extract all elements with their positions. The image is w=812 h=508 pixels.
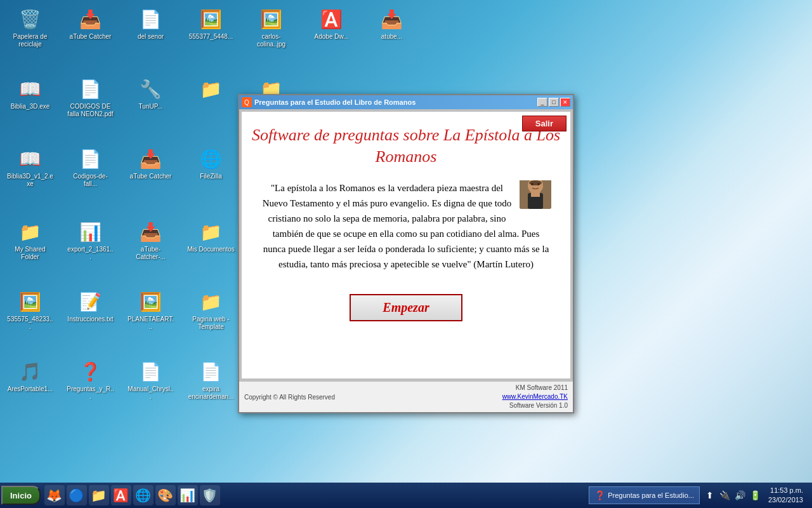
desktop-icon-tunup[interactable]: 🔧 TunUP... (127, 76, 174, 110)
app-window: Q Preguntas para el Estudio del Libro de… (238, 94, 574, 413)
desktop-icon-atube-2[interactable]: 📥 atube... (368, 6, 416, 41)
desktop-icon-manual-chrysl[interactable]: 📄 Manual_Chrysl... (127, 359, 174, 401)
taskbar-app-dreamweaver[interactable]: 🅰️ (111, 485, 131, 505)
window-controls: _ □ ✕ (537, 98, 570, 107)
icon-image-atube-catcher-3: 📥 (138, 219, 164, 244)
window-title: Preguntas para el Estudio del Libro de R… (254, 98, 537, 106)
icon-image-expira: 📄 (199, 359, 224, 384)
icon-label-expira: expira encinardeman... (187, 385, 235, 401)
icon-image-my-shared-folder: 📁 (18, 219, 43, 244)
desktop-icon-instrucciones-txt[interactable]: 📝 Instrucciones.txt (67, 289, 114, 323)
desktop-icon-biblia-3d-exe[interactable]: 📖 Biblia_3D.exe (6, 76, 54, 110)
tray-battery-icon[interactable]: 🔋 (749, 489, 762, 502)
desktop-icon-planetaeart[interactable]: 🖼️ PLANETAEART... (127, 289, 174, 331)
icon-label-biblia3d-v12: Biblia3D_v1_2.exe (6, 173, 54, 188)
desktop-icon-img-555377[interactable]: 🖼️ 555377_5448... (187, 6, 235, 41)
icon-label-atube-catcher-3: aTube-Catcher-... (127, 246, 174, 261)
desktop-icon-img-carlos[interactable]: 🖼️ carlos-colina..jpg (247, 6, 295, 48)
version-text: Software Versión 1.0 (502, 401, 568, 410)
desktop-icon-atube-catcher-1[interactable]: 📥 aTube Catcher (67, 6, 114, 41)
minimize-button[interactable]: _ (537, 98, 547, 107)
icon-label-my-shared-folder: My Shared Folder (6, 246, 54, 261)
system-clock: 11:53 p.m. 23/02/2013 (764, 485, 807, 507)
km-link[interactable]: www.KevinMercado.TK (502, 392, 568, 401)
clock-date: 23/02/2013 (768, 495, 803, 505)
salir-button[interactable]: Salir (522, 116, 566, 131)
desktop-icon-atube-catcher-2[interactable]: 📥 aTube Catcher (127, 146, 174, 180)
taskbar-app-explorer[interactable]: 📁 (89, 485, 109, 505)
taskbar-app-paint[interactable]: 🎨 (155, 485, 176, 505)
desktop-icons-area: 🗑️ Papelera de reciclaje 📥 aTube Catcher… (0, 0, 241, 483)
icon-image-instrucciones-txt: 📝 (78, 289, 103, 314)
active-window-task[interactable]: ❓ Preguntas para el Estudio... (589, 486, 700, 504)
taskbar-app-powerpoint[interactable]: 📊 (178, 485, 198, 505)
icon-image-mis-documentos: 📁 (199, 219, 224, 244)
icon-image-tunup: 🔧 (138, 76, 164, 102)
desktop-icon-preguntas-r[interactable]: ❓ Preguntas_y_R... (67, 359, 114, 401)
taskbar-app-firefox[interactable]: 🦊 (44, 485, 65, 505)
window-content: Salir Software de preguntas sobre La Epí… (242, 112, 570, 378)
icon-label-manual-chrysl: Manual_Chrysl... (127, 385, 174, 401)
desktop-icon-folder-1[interactable]: 📁 (187, 76, 235, 103)
desktop-icon-filezilla[interactable]: 🌐 FileZilla (187, 146, 235, 180)
icon-image-img-carlos: 🖼️ (259, 6, 284, 32)
tray-notifications-icon[interactable]: ⬆ (704, 489, 716, 502)
icon-image-manual-chrysl: 📄 (138, 359, 164, 384)
quote-text: "La epístola a los Romanos es la verdade… (248, 180, 564, 272)
taskbar-app-filezilla-task[interactable]: 🌐 (133, 485, 154, 505)
svg-rect-3 (531, 192, 540, 197)
icon-label-tunup: TunUP... (139, 103, 163, 110)
taskbar: Inicio 🦊🔵📁🅰️🌐🎨📊🛡️ ❓ Preguntas para el Es… (0, 483, 812, 508)
icon-label-codigos-pdf: CODIGOS DE falla NEON2.pdf (67, 103, 114, 118)
icon-label-export-2: export_2_1361... (67, 246, 114, 261)
desktop-icon-codigos-de-falla[interactable]: 📄 Codigos-de-fall... (67, 146, 114, 188)
icon-image-filezilla: 🌐 (199, 146, 224, 171)
desktop-icon-codigos-pdf[interactable]: 📄 CODIGOS DE falla NEON2.pdf (67, 76, 114, 118)
taskbar-right: ⬆ 🔌 🔊 🔋 11:53 p.m. 23/02/2013 (700, 485, 811, 507)
window-footer: Copyright © All Rights Reserved KM Softw… (239, 381, 573, 412)
icon-label-filezilla: FileZilla (200, 173, 221, 180)
desktop-icon-biblia3d-v12[interactable]: 📖 Biblia3D_v1_2.exe (6, 146, 54, 188)
copyright-text: Copyright © All Rights Reserved (244, 394, 335, 401)
title-bar: Q Preguntas para el Estudio del Libro de… (239, 95, 573, 109)
icon-label-mis-documentos: Mis Documentos (187, 246, 234, 253)
icon-image-atube-catcher-2: 📥 (138, 146, 164, 171)
start-button[interactable]: Inicio (1, 486, 41, 505)
desktop-icon-expira[interactable]: 📄 expira encinardeman... (187, 359, 235, 401)
taskbar-app-antivirus[interactable]: 🛡️ (200, 485, 220, 505)
desktop-icon-export-2[interactable]: 📊 export_2_1361... (67, 219, 114, 261)
icon-label-atube-2: atube... (381, 33, 402, 41)
icon-image-pdf-del-senor: 📄 (138, 6, 164, 32)
icon-label-img-carlos: carlos-colina..jpg (247, 33, 295, 48)
desktop-icon-ares-portable[interactable]: 🎵 AresPortable1... (6, 359, 54, 393)
svg-rect-6 (529, 180, 542, 185)
icon-image-planetaeart: 🖼️ (138, 289, 164, 314)
icon-label-atube-catcher-1: aTube Catcher (70, 33, 112, 41)
martin-luther-portrait (520, 180, 551, 209)
taskbar-app-chrome[interactable]: 🔵 (67, 485, 87, 505)
desktop-icon-my-shared-folder[interactable]: 📁 My Shared Folder (6, 219, 54, 261)
desktop-icon-mis-documentos[interactable]: 📁 Mis Documentos (187, 219, 235, 253)
empezar-button[interactable]: Empezar (350, 294, 462, 321)
close-button[interactable]: ✕ (560, 98, 570, 107)
taskbar-items: 🦊🔵📁🅰️🌐🎨📊🛡️ (44, 485, 589, 505)
tray-volume-icon[interactable]: 🔊 (734, 489, 747, 502)
desktop-icon-recycle-bin[interactable]: 🗑️ Papelera de reciclaje (6, 6, 54, 48)
icon-label-img-555377: 555377_5448... (189, 33, 233, 41)
desktop-icon-atube-catcher-3[interactable]: 📥 aTube-Catcher-... (127, 219, 174, 261)
desktop-icon-pagina-web-template[interactable]: 📁 Pagina web - Template (187, 289, 235, 331)
desktop-icon-pdf-del-senor[interactable]: 📄 del senor (127, 6, 174, 41)
icon-image-biblia3d-v12: 📖 (18, 146, 43, 171)
icon-image-img-555377: 🖼️ (199, 6, 224, 32)
icon-label-adobe-dw: Adobe Dw... (315, 33, 349, 41)
icon-image-atube-catcher-1: 📥 (78, 6, 103, 32)
quote-area: "La epístola a los Romanos es la verdade… (248, 180, 564, 281)
icon-image-preguntas-r: ❓ (78, 359, 103, 384)
maximize-button[interactable]: □ (549, 98, 559, 107)
desktop-icon-adobe-dw[interactable]: 🅰️ Adobe Dw... (308, 6, 355, 41)
desktop-icon-img-535575[interactable]: 🖼️ 535575_48233... (6, 289, 54, 331)
icon-label-pagina-web-template: Pagina web - Template (187, 316, 235, 331)
active-task-label: Preguntas para el Estudio... (608, 491, 694, 499)
clock-time: 11:53 p.m. (768, 486, 803, 495)
tray-network-icon[interactable]: 🔌 (719, 489, 731, 502)
